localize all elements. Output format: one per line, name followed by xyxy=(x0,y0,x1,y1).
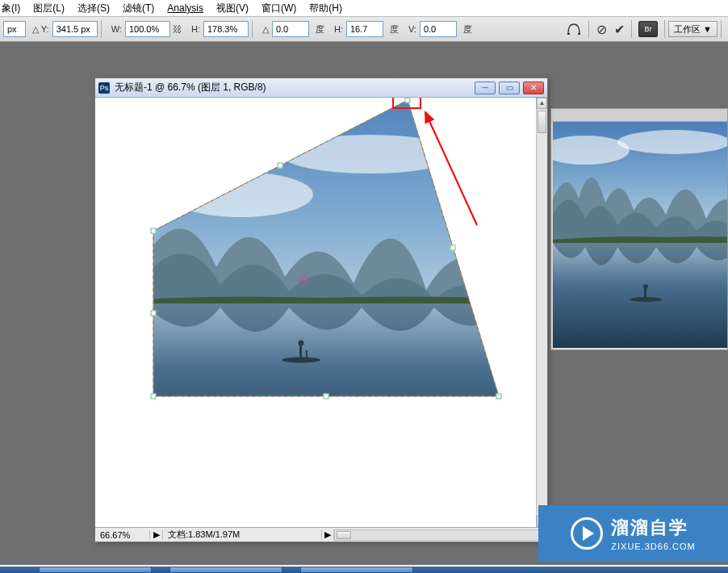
w-label: W: xyxy=(111,24,122,34)
degree-label-2: 度 xyxy=(390,23,399,36)
bridge-button[interactable]: Br xyxy=(638,21,658,37)
transform-handle-bl[interactable] xyxy=(151,394,157,399)
v-input[interactable] xyxy=(420,21,457,37)
panel-tabbar[interactable] xyxy=(551,109,727,122)
play-icon xyxy=(571,517,603,550)
menu-analysis[interactable]: Analysis xyxy=(167,2,203,14)
svg-line-21 xyxy=(425,112,477,225)
watermark: 溜溜自学 ZIXUE.3D66.COM xyxy=(538,505,728,562)
transform-handle-tl[interactable] xyxy=(151,228,157,234)
svg-rect-1 xyxy=(578,33,580,35)
y-label: △ Y: xyxy=(32,24,49,35)
workspace-dropdown[interactable]: 工作区 ▼ xyxy=(668,21,718,37)
divider xyxy=(631,20,632,38)
maximize-button[interactable]: ▭ xyxy=(499,82,520,94)
transform-handle-ml[interactable] xyxy=(151,311,157,316)
taskbar-item[interactable] xyxy=(39,567,152,573)
v-label: V: xyxy=(408,24,416,34)
angle-input[interactable] xyxy=(272,21,309,37)
h2-label: H: xyxy=(334,24,343,34)
y-input[interactable] xyxy=(52,21,98,37)
h2-input[interactable] xyxy=(346,21,383,37)
taskbar-item[interactable] xyxy=(169,567,282,573)
info-dropdown-icon[interactable]: ▶ xyxy=(321,529,334,540)
h-label: H: xyxy=(191,24,200,34)
document-title: 无标题-1 @ 66.7% (图层 1, RGB/8) xyxy=(115,81,266,94)
divider xyxy=(252,20,253,38)
svg-rect-0 xyxy=(567,33,570,35)
menu-select[interactable]: 选择(S) xyxy=(77,2,110,15)
scroll-thumb[interactable] xyxy=(538,111,546,133)
scroll-up-arrow-icon[interactable]: ▲ xyxy=(537,98,547,109)
degree-label: 度 xyxy=(316,23,324,36)
zoom-level[interactable]: 66.67% xyxy=(95,530,150,540)
menu-filter[interactable]: 滤镜(T) xyxy=(123,2,154,15)
canvas[interactable] xyxy=(95,98,547,527)
titlebar[interactable]: Ps 无标题-1 @ 66.7% (图层 1, RGB/8) ─ ▭ ✕ xyxy=(95,78,547,98)
svg-rect-17 xyxy=(306,350,308,360)
transform-handle-bm[interactable] xyxy=(324,394,329,399)
svg-point-11 xyxy=(168,172,313,217)
annotation-arrow-icon xyxy=(414,104,487,233)
menu-bar: 象(I) 图层(L) 选择(S) 滤镜(T) Analysis 视图(V) 窗口… xyxy=(0,0,728,16)
scroll-thumb[interactable] xyxy=(337,531,351,539)
document-info: 文档:1.83M/1.97M xyxy=(163,529,321,541)
zoom-dropdown-icon[interactable]: ▶ xyxy=(150,529,163,540)
w-input[interactable] xyxy=(125,21,170,37)
horizontal-scrollbar[interactable] xyxy=(334,529,544,541)
minimize-button[interactable]: ─ xyxy=(475,82,496,94)
link-icon[interactable]: ⛓ xyxy=(172,23,183,35)
transform-handle-mr[interactable] xyxy=(450,245,456,251)
degree-label-3: 度 xyxy=(463,23,472,36)
menu-view[interactable]: 视图(V) xyxy=(216,2,249,15)
watermark-title: 溜溜自学 xyxy=(611,516,688,540)
angle-label: △ xyxy=(262,24,269,35)
commit-transform-icon[interactable]: ✔ xyxy=(610,22,628,37)
svg-rect-15 xyxy=(299,345,302,360)
transform-center-icon[interactable] xyxy=(299,276,308,286)
cancel-transform-icon[interactable]: ⊘ xyxy=(592,22,610,37)
reference-thumbnail xyxy=(553,122,727,348)
menu-window[interactable]: 窗口(W) xyxy=(261,2,296,15)
workspace: Ps 无标题-1 @ 66.7% (图层 1, RGB/8) ─ ▭ ✕ xyxy=(0,42,728,565)
svg-point-4 xyxy=(617,130,727,154)
taskbar xyxy=(0,567,728,573)
svg-point-16 xyxy=(299,341,304,346)
taskbar-item[interactable] xyxy=(300,567,413,573)
warp-icon[interactable] xyxy=(564,20,584,38)
ps-icon: Ps xyxy=(98,82,110,94)
divider xyxy=(721,20,722,38)
divider xyxy=(101,20,102,38)
vertical-scrollbar[interactable]: ▲ ▼ xyxy=(536,98,547,527)
menu-layer[interactable]: 图层(L) xyxy=(33,2,65,15)
transform-handle-tm[interactable] xyxy=(278,163,283,169)
options-bar: △ Y: W: ⛓ H: △ 度 H: 度 V: 度 ⊘ ✔ Br 工作区 ▼ xyxy=(0,16,728,42)
divider xyxy=(588,20,589,38)
divider xyxy=(664,20,665,38)
menu-image[interactable]: 象(I) xyxy=(2,2,20,15)
menu-help[interactable]: 帮助(H) xyxy=(309,2,342,15)
svg-rect-7 xyxy=(644,288,646,299)
h-input[interactable] xyxy=(203,21,249,37)
document-window: Ps 无标题-1 @ 66.7% (图层 1, RGB/8) ─ ▭ ✕ xyxy=(94,77,548,542)
transform-handle-br[interactable] xyxy=(496,394,502,399)
navigator-panel xyxy=(550,108,728,350)
watermark-url: ZIXUE.3D66.COM xyxy=(611,542,695,551)
status-bar: 66.67% ▶ 文档:1.83M/1.97M ▶ xyxy=(95,527,547,542)
x-input[interactable] xyxy=(3,21,26,37)
close-button[interactable]: ✕ xyxy=(523,82,544,94)
svg-point-8 xyxy=(643,284,648,289)
